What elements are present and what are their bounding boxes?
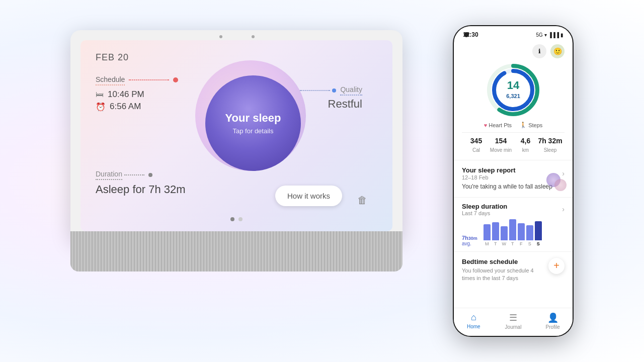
sleep-sub-text: Tap for details: [233, 127, 274, 135]
phone-device: 12:30 5G ▾ ▐▐▐ ▮ ℹ 🙂: [453, 25, 574, 337]
info-button[interactable]: ℹ: [532, 44, 546, 58]
nest-hub-dot-right: [252, 35, 255, 38]
info-icon: ℹ: [538, 48, 541, 55]
avg-sublabel: avg.: [462, 241, 471, 246]
stat-sleep: 7h 32m Sleep: [538, 137, 562, 154]
bar-W-fill: [501, 226, 508, 240]
steps-label: 🚶 Steps: [520, 122, 542, 128]
duration-title-group: Sleep duration Last 7 days: [462, 203, 507, 216]
bar-S2: S: [535, 221, 542, 246]
avg-time: 7h30m: [462, 235, 477, 241]
bar-S1: S: [526, 225, 533, 246]
quality-dot: [332, 88, 336, 93]
bar-W: W: [501, 226, 508, 246]
profile-icon: 👤: [547, 312, 558, 323]
signal-icon: ▐▐▐: [548, 32, 559, 38]
bar-T2-fill: [509, 219, 516, 240]
ring-center: 14 6,321: [506, 80, 520, 100]
nest-hub-speaker: [70, 231, 403, 272]
heart-pts-value: 14: [506, 80, 520, 91]
stats-row: 345 Cal 154 Move min 4,6 km 7h 32m Sleep: [462, 132, 565, 154]
bottom-nav: ⌂ Home ☰ Journal 👤 Profile: [454, 308, 573, 336]
bar-S1-label: S: [528, 241, 531, 246]
home-icon: ⌂: [471, 312, 476, 323]
nest-hub-device: FEB 20 Schedule 🛏 10:46 PM ⏰ 6:56 AM: [70, 30, 413, 272]
sleep-circle[interactable]: Your sleep Tap for details: [180, 60, 321, 201]
bar-S2-label: S: [537, 241, 540, 246]
pagination: [230, 217, 243, 221]
sleep-report-date: 12–18 Feb: [462, 174, 516, 180]
phone-content: ℹ 🙂: [454, 40, 573, 308]
add-button[interactable]: +: [548, 258, 565, 274]
bar-F-label: F: [520, 241, 523, 246]
header-icons: ℹ 🙂: [462, 44, 565, 58]
phone-screen: 12:30 5G ▾ ▐▐▐ ▮ ℹ 🙂: [454, 26, 573, 336]
nav-home[interactable]: ⌂ Home: [454, 312, 494, 330]
delete-button[interactable]: 🗑: [357, 195, 367, 206]
bar-T1-fill: [492, 222, 499, 240]
bar-T2: T: [509, 219, 516, 246]
bedtime-desc: You followed your schedule 4 times in th…: [462, 267, 548, 283]
sleep-card-graphic: [546, 173, 567, 193]
journal-icon: ☰: [509, 312, 517, 323]
bar-W-label: W: [502, 241, 507, 246]
stat-move: 154 Move min: [489, 137, 513, 154]
avatar[interactable]: 🙂: [550, 44, 565, 58]
sleep-duration-card[interactable]: Sleep duration Last 7 days › 7h30m avg. …: [454, 197, 573, 251]
duration-dot: [148, 173, 152, 177]
nav-journal[interactable]: ☰ Journal: [494, 312, 533, 330]
nest-hub-body: FEB 20 Schedule 🛏 10:46 PM ⏰ 6:56 AM: [70, 30, 403, 241]
bar-T1-label: T: [494, 241, 497, 246]
wifi-icon: ▾: [544, 32, 547, 38]
bar-M-label: M: [485, 241, 489, 246]
steps-value: 6,321: [506, 93, 520, 99]
avatar-image: 🙂: [553, 47, 562, 55]
sleep-report-title: Your sleep report: [462, 166, 516, 174]
5g-icon: 5G: [536, 32, 542, 38]
bar-M: M: [484, 224, 491, 246]
how-it-works-button[interactable]: How it works: [275, 186, 342, 206]
bedtime-title: Bedtime schedule: [462, 258, 548, 265]
bar-chart: 7h30m avg. M T: [462, 219, 565, 246]
sleep-graphic: [546, 173, 567, 191]
sleep-main-text: Your sleep: [225, 112, 281, 125]
duration-chevron-icon: ›: [562, 205, 565, 213]
schedule-dot: [173, 77, 178, 82]
duration-card-sub: Last 7 days: [462, 210, 507, 216]
phone-top: ℹ 🙂: [454, 40, 573, 160]
duration-value: Asleep for 7h 32m: [96, 183, 186, 196]
stat-km: 4,6 km: [513, 137, 538, 154]
battery-icon: ▮: [560, 32, 564, 38]
bar-F: F: [518, 223, 525, 246]
bedtime-card: Bedtime schedule You followed your sched…: [454, 251, 573, 289]
nav-profile[interactable]: 👤 Profile: [533, 312, 573, 330]
pag-dot-2: [238, 217, 243, 221]
sleep-circle-2: [554, 179, 567, 191]
bar-items: M T W T: [484, 219, 565, 246]
duration-info: Duration Asleep for 7h 32m: [96, 170, 186, 196]
stat-cal: 345 Cal: [464, 137, 489, 154]
pag-dot-1: [230, 217, 234, 221]
sleep-report-title-group: Your sleep report 12–18 Feb: [462, 166, 516, 180]
ring-labels: ♥ Heart Pts 🚶 Steps: [484, 122, 543, 128]
duration-card-header: Sleep duration Last 7 days ›: [462, 203, 565, 216]
heart-pts-label: ♥ Heart Pts: [484, 122, 512, 128]
status-icons: 5G ▾ ▐▐▐ ▮: [536, 32, 564, 38]
bar-M-fill: [484, 224, 491, 240]
nest-hub-dot-left: [219, 35, 222, 38]
steps-icon: 🚶: [520, 122, 527, 128]
ring-chart: 14 6,321: [486, 62, 541, 118]
bed-icon: 🛏: [96, 90, 104, 99]
nav-profile-label: Profile: [546, 324, 560, 330]
heart-icon: ♥: [484, 122, 488, 128]
plus-icon: +: [553, 260, 559, 272]
waketime-row: ⏰ 6:56 AM: [96, 102, 178, 112]
nest-hub-screen: FEB 20 Schedule 🛏 10:46 PM ⏰ 6:56 AM: [80, 40, 392, 231]
bar-T1: T: [492, 222, 499, 246]
sleep-report-card[interactable]: Your sleep report 12–18 Feb › You're tak…: [454, 160, 573, 197]
avg-section: 7h30m avg.: [462, 235, 479, 246]
duration-card-title: Sleep duration: [462, 203, 507, 210]
sleep-inner-circle: Your sleep Tap for details: [205, 75, 301, 171]
schedule-info: Schedule 🛏 10:46 PM ⏰ 6:56 AM: [96, 75, 178, 114]
phone-camera: [464, 32, 469, 37]
